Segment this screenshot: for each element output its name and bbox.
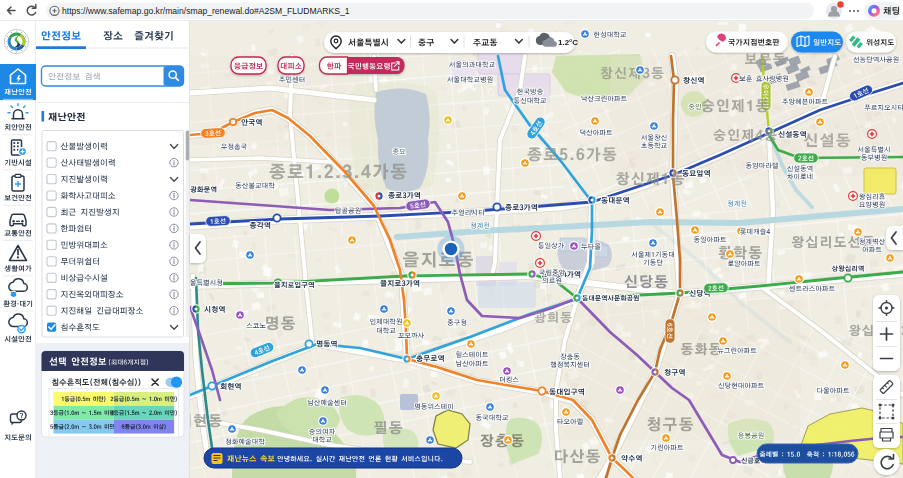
svg-text:1.2°C: 1.2°C bbox=[558, 38, 578, 47]
svg-text:https://www.safemap.go.kr/main: https://www.safemap.go.kr/main/smap_rene… bbox=[62, 6, 350, 16]
